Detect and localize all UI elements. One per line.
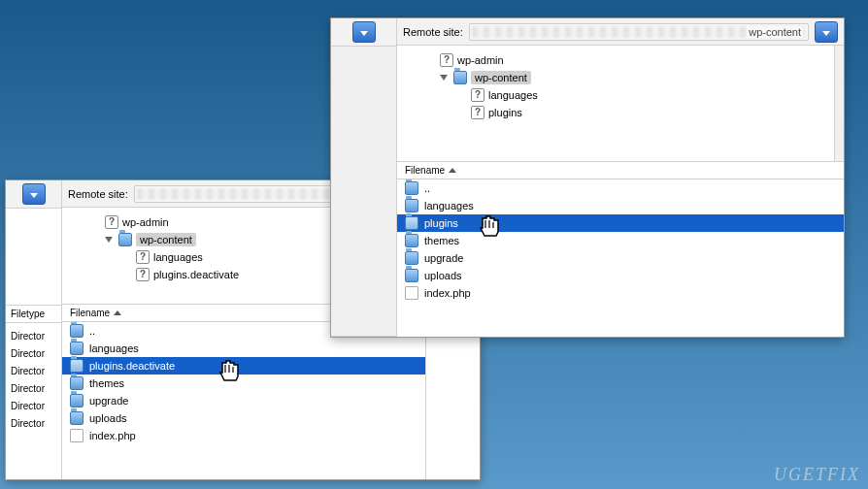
strip-row[interactable]: Director: [6, 399, 61, 416]
file-label: plugins: [424, 217, 458, 229]
list-item-selected[interactable]: plugins: [397, 214, 844, 232]
strip-row[interactable]: Director: [6, 364, 61, 381]
file-label: ..: [89, 325, 95, 337]
list-item[interactable]: uploads: [62, 409, 425, 427]
folder-icon: [405, 216, 418, 230]
folder-icon: [70, 359, 83, 373]
file-label: languages: [424, 200, 474, 212]
file-label: uploads: [89, 412, 127, 424]
file-label: upgrade: [89, 395, 128, 407]
file-label: uploads: [424, 270, 462, 281]
list-item[interactable]: ..: [397, 179, 844, 197]
folder-icon: [118, 233, 132, 246]
strip-row[interactable]: Director: [6, 381, 61, 399]
tree-label: languages: [488, 89, 538, 101]
list-item[interactable]: uploads: [397, 267, 844, 284]
remote-site-label: Remote site:: [403, 26, 463, 38]
folder-icon: [70, 324, 83, 338]
sort-caret-icon: [449, 168, 456, 173]
filename-col-header: Filename: [405, 165, 445, 176]
back-strip-top: [6, 180, 61, 209]
file-label: themes: [89, 377, 124, 389]
back-strip-header[interactable]: Filetype: [6, 306, 61, 323]
filetype-col-header: Filetype: [11, 309, 45, 319]
tree-label: wp-content: [471, 71, 531, 84]
back-strip-mid: [6, 209, 61, 306]
folder-icon: [70, 342, 83, 355]
strip-row[interactable]: Director: [6, 346, 61, 364]
file-label: themes: [424, 235, 459, 246]
list-item[interactable]: themes: [62, 375, 425, 392]
tree-label: plugins.deactivate: [153, 269, 239, 280]
strip-row[interactable]: Director: [6, 329, 61, 346]
file-icon: [70, 429, 83, 442]
file-label: ..: [424, 182, 430, 194]
folder-icon: [70, 376, 83, 390]
disclosure-icon[interactable]: [105, 235, 115, 244]
tree-label: wp-content: [136, 233, 196, 246]
file-label: index.php: [89, 430, 136, 441]
sort-caret-icon: [114, 310, 121, 315]
tree-label: plugins: [488, 107, 522, 118]
front-file-list: .. languages plugins themes upgrade uplo…: [397, 179, 844, 337]
folder-icon: [405, 234, 418, 247]
question-icon: ?: [471, 106, 484, 119]
question-icon: ?: [440, 53, 453, 67]
file-label: index.php: [424, 287, 471, 299]
back-file-list: .. languages plugins.deactivate themes u…: [62, 322, 425, 479]
front-window: Remote site: wp-content ? wp-admin wp-co…: [330, 17, 845, 338]
remote-site-label: Remote site:: [68, 188, 128, 200]
back-left-strip: Filetype Director Director Director Dire…: [6, 180, 62, 479]
strip-row[interactable]: Director: [6, 416, 61, 434]
file-label: upgrade: [424, 252, 463, 264]
list-item[interactable]: languages: [62, 340, 425, 357]
front-main: Remote site: wp-content ? wp-admin wp-co…: [397, 18, 844, 337]
folder-icon: [405, 181, 418, 195]
tree-label: languages: [153, 251, 203, 263]
list-item[interactable]: upgrade: [62, 392, 425, 409]
list-item[interactable]: index.php: [397, 284, 844, 302]
file-label: languages: [89, 342, 139, 354]
watermark: UGETFIX: [774, 465, 860, 485]
dropdown-icon[interactable]: [22, 183, 46, 205]
folder-icon: [405, 251, 418, 265]
front-strip-top: [331, 18, 396, 47]
tree-item[interactable]: ? languages: [401, 86, 840, 104]
tree-label: wp-admin: [457, 54, 504, 66]
filename-col-header: Filename: [70, 308, 110, 318]
path-dropdown-icon[interactable]: [815, 21, 838, 43]
front-tree: ? wp-admin wp-content ? languages ? plug…: [397, 46, 844, 162]
front-left-strip: [331, 18, 397, 337]
tree-label: wp-admin: [122, 216, 169, 228]
list-item[interactable]: index.php: [62, 427, 425, 444]
question-icon: ?: [136, 250, 150, 264]
tree-item[interactable]: ? plugins: [401, 104, 840, 121]
list-item[interactable]: themes: [397, 232, 844, 249]
dropdown-icon[interactable]: [352, 21, 376, 43]
back-strip-list: Director Director Director Director Dire…: [6, 323, 61, 434]
front-list-header[interactable]: Filename: [397, 162, 844, 179]
file-label: plugins.deactivate: [89, 360, 175, 372]
list-item-selected[interactable]: plugins.deactivate: [62, 357, 425, 375]
disclosure-icon[interactable]: [440, 73, 450, 82]
folder-icon: [405, 269, 418, 282]
folder-icon: [453, 71, 467, 84]
path-suffix: wp-content: [747, 26, 803, 38]
question-icon: ?: [105, 215, 118, 229]
front-header: Remote site: wp-content: [397, 18, 844, 46]
tree-scrollbar[interactable]: [834, 46, 844, 161]
list-item[interactable]: languages: [397, 197, 844, 214]
front-strip-mid: [331, 47, 396, 337]
remote-path-input[interactable]: wp-content: [469, 23, 809, 41]
folder-icon: [70, 411, 83, 425]
list-item[interactable]: upgrade: [397, 249, 844, 267]
question-icon: ?: [136, 268, 150, 281]
question-icon: ?: [471, 88, 484, 102]
tree-item[interactable]: ? wp-admin: [401, 51, 840, 69]
tree-item[interactable]: wp-content: [401, 69, 840, 86]
folder-icon: [70, 394, 83, 408]
folder-icon: [405, 199, 418, 212]
file-icon: [405, 286, 418, 300]
